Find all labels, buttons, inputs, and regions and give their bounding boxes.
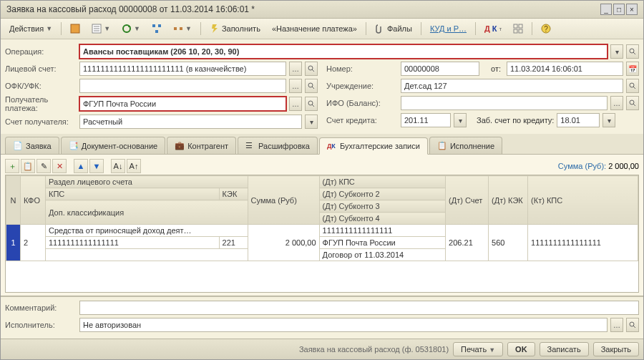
cell-dt-account[interactable]: 206.21	[446, 225, 489, 261]
actions-menu[interactable]: Действия ▼	[5, 22, 57, 35]
toolbar-icon-3[interactable]: ▼	[117, 21, 145, 36]
ifo-more-btn[interactable]: …	[610, 96, 623, 110]
copy-row-button[interactable]: 📋	[21, 159, 35, 173]
cell-sum[interactable]: 2 000,00	[248, 225, 319, 261]
cell-kps[interactable]: 1111111111111111	[46, 237, 220, 249]
add-row-button[interactable]: ＋	[5, 159, 19, 173]
comment-field[interactable]	[79, 301, 639, 315]
files-button[interactable]: Файлы	[371, 21, 416, 36]
ofk-field[interactable]	[79, 79, 286, 93]
col-kek[interactable]: КЭК	[219, 188, 248, 200]
kud-link[interactable]: КУД и Р…	[426, 22, 471, 35]
dk-icon[interactable]: ДКт	[480, 22, 506, 35]
close-window-button[interactable]: ×	[626, 4, 638, 15]
toolbar-icon-5[interactable]: ▼	[169, 21, 196, 36]
delete-row-button[interactable]: ✕	[52, 159, 67, 173]
cell-kek[interactable]: 221	[219, 237, 248, 249]
form-icon	[70, 24, 80, 34]
recipient-search-btn[interactable]	[305, 97, 318, 111]
operation-dropdown-btn[interactable]: ▾	[610, 44, 623, 59]
cell-dt-sub2[interactable]: ФГУП Почта России	[319, 237, 446, 249]
matrix-icon[interactable]	[509, 21, 527, 36]
operation-search-btn[interactable]	[626, 44, 639, 59]
svg-rect-10	[174, 27, 177, 30]
offbalance-field[interactable]: 18.01	[557, 113, 600, 127]
cell-dt-kek[interactable]: 560	[489, 225, 528, 261]
search-icon	[629, 82, 636, 89]
sort-desc-button[interactable]: A↑	[127, 159, 141, 173]
cell-dt-sub3[interactable]: Договор от 11.03.2014	[319, 249, 446, 261]
ifo-field[interactable]	[401, 96, 608, 110]
grid-table[interactable]: N КФО Раздел лицевого счета Сумма (Руб) …	[6, 175, 638, 261]
move-down-button[interactable]: ▼	[89, 159, 104, 173]
col-kfo[interactable]: КФО	[21, 176, 46, 225]
ofk-more-btn[interactable]: …	[289, 79, 302, 93]
col-dt-sub4[interactable]: (Дт) Субконто 4	[319, 213, 446, 225]
payment-purpose-button[interactable]: «Назначение платежа»	[268, 22, 361, 35]
operation-field[interactable]: Авансы поставщикам (206 10, 20, 30, 90)	[79, 44, 608, 59]
personal-account-more-btn[interactable]: …	[289, 62, 302, 76]
col-dt-kps[interactable]: (Дт) КПС	[319, 176, 446, 188]
date-calendar-btn[interactable]: 📅	[626, 62, 639, 76]
col-sum[interactable]: Сумма (Руб)	[248, 176, 319, 225]
maximize-button[interactable]: □	[613, 4, 625, 15]
col-kps[interactable]: КПС	[46, 188, 220, 200]
date-field[interactable]: 11.03.2014 16:06:01	[507, 62, 623, 76]
cell-dt-kps[interactable]: 1111111111111111	[319, 225, 446, 237]
tab-decoding[interactable]: ☰Расшифровка	[238, 137, 318, 154]
offbalance-dropdown-btn[interactable]: ▾	[602, 113, 615, 127]
edit-row-button[interactable]: ✎	[36, 159, 51, 173]
executor-field[interactable]: Не авторизован	[79, 318, 608, 332]
credit-account-field[interactable]: 201.11	[401, 113, 451, 127]
col-dt-sub3[interactable]: (Дт) Субконто 3	[319, 200, 446, 213]
personal-account-field[interactable]: 11111111111111111111111 (в казначействе)	[79, 62, 286, 76]
col-kt-kps[interactable]: (Кт) КПС	[528, 176, 638, 225]
cell-kt-kps[interactable]: 1111111111111111	[528, 225, 638, 261]
form-area: Операция: Авансы поставщикам (206 10, 20…	[1, 39, 643, 134]
personal-account-search-btn[interactable]	[305, 62, 318, 76]
sort-asc-button[interactable]: A↓	[111, 159, 125, 173]
executor-more-btn[interactable]: …	[610, 318, 623, 332]
minimize-button[interactable]: _	[600, 4, 612, 15]
svg-line-26	[312, 104, 314, 107]
institution-label: Учреждение:	[326, 82, 398, 90]
table-row[interactable]: 1 2 Средства от приносящей доход деят… 2…	[6, 225, 638, 237]
ok-button[interactable]: OK	[507, 342, 535, 356]
recipient-more-btn[interactable]: …	[289, 97, 302, 111]
ofk-search-btn[interactable]	[305, 79, 318, 93]
close-button[interactable]: Закрыть	[593, 342, 639, 356]
col-dt-kek[interactable]: (Дт) КЭК	[489, 176, 528, 225]
credit-account-dropdown-btn[interactable]: ▾	[454, 113, 467, 127]
col-section[interactable]: Раздел лицевого счета	[46, 176, 248, 188]
executor-search-btn[interactable]	[626, 318, 639, 332]
window-title: Заявка на кассовый расход 00000008 от 11…	[6, 4, 600, 14]
col-dop[interactable]: Доп. классификация	[46, 200, 248, 225]
recipient-account-dropdown-btn[interactable]: ▾	[305, 115, 318, 129]
tab-execution[interactable]: 📋Исполнение	[429, 137, 502, 154]
number-field[interactable]: 00000008	[401, 62, 479, 76]
col-n[interactable]: N	[6, 176, 21, 225]
col-dt-sub2[interactable]: (Дт) Субконто 2	[319, 188, 446, 200]
tab-basis-document[interactable]: 📑Документ-основание	[61, 137, 165, 154]
cell-kfo[interactable]: 2	[21, 225, 46, 261]
institution-field[interactable]: Дет.сад 127	[401, 79, 623, 93]
tab-accounting[interactable]: ДКБухгалтерские записи	[319, 137, 428, 155]
ifo-search-btn[interactable]	[626, 96, 639, 110]
recipient-field[interactable]: ФГУП Почта России	[79, 97, 286, 111]
cell-section[interactable]: Средства от приносящей доход деят…	[46, 225, 248, 237]
col-dt-account[interactable]: (Дт) Счет	[446, 176, 489, 225]
institution-search-btn[interactable]	[626, 79, 639, 93]
save-button[interactable]: Записать	[540, 342, 589, 356]
move-up-button[interactable]: ▲	[74, 159, 88, 173]
help-button[interactable]: ?	[537, 21, 555, 36]
recipient-account-field[interactable]: Расчетный	[79, 115, 302, 129]
cell-dop[interactable]	[46, 249, 248, 261]
print-button[interactable]: Печать ▼	[453, 342, 503, 356]
toolbar-icon-4[interactable]	[147, 21, 166, 36]
tab-application[interactable]: 📄Заявка	[5, 137, 59, 154]
svg-rect-15	[514, 29, 517, 33]
toolbar-icon-1[interactable]	[66, 21, 84, 36]
tab-counterparty[interactable]: 💼Контрагент	[167, 137, 236, 154]
toolbar-icon-2[interactable]: ▼	[87, 21, 114, 36]
fill-button[interactable]: Заполнить	[205, 21, 265, 36]
